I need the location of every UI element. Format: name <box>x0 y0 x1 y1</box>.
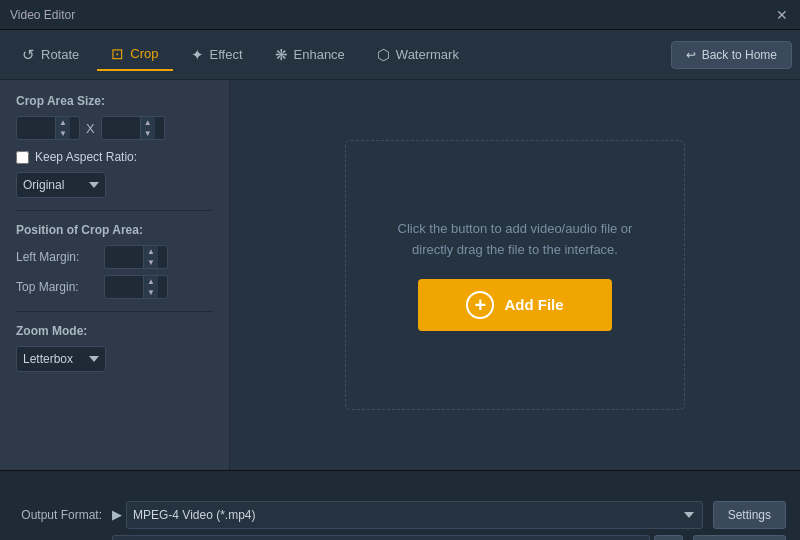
title-bar: Video Editor ✕ <box>0 0 800 30</box>
crop-height-down[interactable]: ▼ <box>141 128 155 139</box>
tab-enhance[interactable]: ❋ Enhance <box>261 40 359 70</box>
format-select-wrap: ▶ MPEG-4 Video (*.mp4) AVI Video (*.avi)… <box>112 501 703 529</box>
crop-width-spinners: ▲ ▼ <box>55 117 70 139</box>
back-arrow-icon: ↩ <box>686 48 696 62</box>
format-file-icon: ▶ <box>112 507 122 522</box>
rotate-icon: ↺ <box>22 46 35 64</box>
format-select[interactable]: MPEG-4 Video (*.mp4) AVI Video (*.avi) M… <box>126 501 703 529</box>
zoom-select[interactable]: Letterbox Pan & Scan Full <box>16 346 106 372</box>
aspect-select[interactable]: Original 16:9 4:3 1:1 <box>16 172 106 198</box>
add-file-label: Add File <box>504 296 563 313</box>
top-margin-input[interactable]: 0 ▲ ▼ <box>104 275 168 299</box>
top-margin-spinners: ▲ ▼ <box>143 276 158 298</box>
tab-effect[interactable]: ✦ Effect <box>177 40 257 70</box>
back-btn-label: Back to Home <box>702 48 777 62</box>
add-file-button[interactable]: + Add File <box>418 279 611 331</box>
tab-rotate-label: Rotate <box>41 47 79 62</box>
crop-height-spinners: ▲ ▼ <box>140 117 155 139</box>
left-margin-up[interactable]: ▲ <box>144 246 158 257</box>
top-margin-field[interactable]: 0 <box>105 276 143 298</box>
divider-1 <box>16 210 213 211</box>
drop-hint: Click the button to add video/audio file… <box>398 219 633 261</box>
tab-watermark[interactable]: ⬡ Watermark <box>363 40 473 70</box>
center-panel: Click the button to add video/audio file… <box>230 80 800 470</box>
crop-height-field[interactable]: 0 <box>102 117 140 139</box>
add-file-plus-icon: + <box>466 291 494 319</box>
folder-path-input[interactable]: C:\Users\USER\Documents\Aiseesoft Studio… <box>112 535 650 541</box>
tab-effect-label: Effect <box>210 47 243 62</box>
crop-size-row: 0 ▲ ▼ X 0 ▲ ▼ <box>16 116 213 140</box>
folder-browse-button[interactable]: ··· <box>654 535 684 541</box>
crop-width-input[interactable]: 0 ▲ ▼ <box>16 116 80 140</box>
zoom-select-wrap: Letterbox Pan & Scan Full <box>16 346 106 372</box>
keep-aspect-checkbox[interactable] <box>16 151 29 164</box>
left-panel: Crop Area Size: 0 ▲ ▼ X 0 ▲ ▼ <box>0 80 230 470</box>
close-button[interactable]: ✕ <box>774 7 790 23</box>
position-label: Position of Crop Area: <box>16 223 213 237</box>
aspect-select-wrap: Original 16:9 4:3 1:1 <box>16 172 106 198</box>
effect-icon: ✦ <box>191 46 204 64</box>
tab-enhance-label: Enhance <box>294 47 345 62</box>
left-margin-field[interactable]: 0 <box>105 246 143 268</box>
tab-watermark-label: Watermark <box>396 47 459 62</box>
tab-crop[interactable]: ⊡ Crop <box>97 39 172 71</box>
app-window: Video Editor ✕ ↺ Rotate ⊡ Crop ✦ Effect … <box>0 0 800 540</box>
left-margin-down[interactable]: ▼ <box>144 257 158 268</box>
enhance-icon: ❋ <box>275 46 288 64</box>
crop-icon: ⊡ <box>111 45 124 63</box>
top-margin-row: Top Margin: 0 ▲ ▼ <box>16 275 213 299</box>
open-folder-button[interactable]: Open Folder <box>693 535 786 541</box>
top-margin-down[interactable]: ▼ <box>144 287 158 298</box>
zoom-mode-label: Zoom Mode: <box>16 324 213 338</box>
settings-button[interactable]: Settings <box>713 501 786 529</box>
back-to-home-button[interactable]: ↩ Back to Home <box>671 41 792 69</box>
tab-bar: ↺ Rotate ⊡ Crop ✦ Effect ❋ Enhance ⬡ Wat… <box>0 30 800 80</box>
left-margin-row: Left Margin: 0 ▲ ▼ <box>16 245 213 269</box>
keep-aspect-row: Keep Aspect Ratio: <box>16 150 213 164</box>
crop-height-up[interactable]: ▲ <box>141 117 155 128</box>
divider-2 <box>16 311 213 312</box>
output-format-label: Output Format: <box>14 508 102 522</box>
top-margin-label: Top Margin: <box>16 280 98 294</box>
crop-width-field[interactable]: 0 <box>17 117 55 139</box>
left-margin-label: Left Margin: <box>16 250 98 264</box>
x-separator: X <box>86 121 95 136</box>
tab-crop-label: Crop <box>130 46 158 61</box>
crop-area-label: Crop Area Size: <box>16 94 213 108</box>
watermark-icon: ⬡ <box>377 46 390 64</box>
folder-input-wrap: C:\Users\USER\Documents\Aiseesoft Studio… <box>112 535 683 541</box>
drop-zone[interactable]: Click the button to add video/audio file… <box>345 140 685 410</box>
top-margin-up[interactable]: ▲ <box>144 276 158 287</box>
left-margin-spinners: ▲ ▼ <box>143 246 158 268</box>
crop-width-down[interactable]: ▼ <box>56 128 70 139</box>
window-title: Video Editor <box>10 8 75 22</box>
bottom-bar: Output Format: ▶ MPEG-4 Video (*.mp4) AV… <box>0 470 800 540</box>
crop-height-input[interactable]: 0 ▲ ▼ <box>101 116 165 140</box>
output-format-row: Output Format: ▶ MPEG-4 Video (*.mp4) AV… <box>14 501 786 529</box>
crop-width-up[interactable]: ▲ <box>56 117 70 128</box>
output-folder-row: Output Folder: C:\Users\USER\Documents\A… <box>14 535 786 541</box>
keep-aspect-label: Keep Aspect Ratio: <box>35 150 137 164</box>
left-margin-input[interactable]: 0 ▲ ▼ <box>104 245 168 269</box>
main-content: Crop Area Size: 0 ▲ ▼ X 0 ▲ ▼ <box>0 80 800 470</box>
tab-rotate[interactable]: ↺ Rotate <box>8 40 93 70</box>
